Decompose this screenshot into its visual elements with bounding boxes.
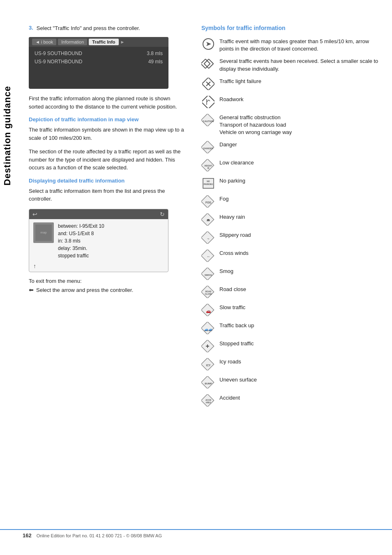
symbol-icon-no-parking: NO PARKING xyxy=(201,176,215,190)
symbol-icon-heavy-rain: 🌧 xyxy=(201,213,215,227)
symbol-item-traffic-backup: 🚙🚙 Traffic back up xyxy=(201,321,380,335)
section-heading-2: Displaying detailed traffic information xyxy=(29,178,185,184)
exit-text-1: To exit from the menu: xyxy=(29,277,185,285)
exit-text-2: Select the arrow and press the controlle… xyxy=(36,287,133,293)
symbol-text-traffic-event: Traffic event with map scales greater th… xyxy=(219,37,380,53)
svg-text:ICY: ICY xyxy=(206,364,211,367)
symbol-item-stopped-traffic: Stopped traffic xyxy=(201,339,380,353)
symbol-text-traffic-backup: Traffic back up xyxy=(219,321,254,329)
symbol-item-slippery: ~ Slippery road xyxy=(201,231,380,245)
route-dist-1: 3.8 mls xyxy=(147,51,163,56)
symbol-icon-accident: ACCID AREA xyxy=(201,393,215,407)
symbol-item-roadwork: Roadwork xyxy=(201,95,380,109)
symbol-text-traffic-light: Traffic light failure xyxy=(219,77,261,85)
detail-line2: and: US-1/Exit 8 xyxy=(58,230,104,237)
detail-line5: stopped traffic xyxy=(58,252,104,259)
detail-line4: delay: 35min. xyxy=(58,245,104,252)
symbol-icon-arrow-right xyxy=(201,37,215,51)
svg-text:FOG: FOG xyxy=(205,201,211,204)
symbol-item-uneven-surface: BUMP Uneven surface xyxy=(201,375,380,389)
symbol-text-multiple-events: Several traffic events have been receive… xyxy=(219,57,380,72)
section-heading-1: Depiction of traffic information in map … xyxy=(29,116,185,123)
symbol-item-cross-winds: ↔ Cross winds xyxy=(201,249,380,263)
symbol-item-slow-traffic: 🚗 Slow traffic xyxy=(201,303,380,317)
symbol-text-caution: General traffic obstructionTransport of … xyxy=(219,113,292,136)
symbol-text-accident: Accident xyxy=(219,393,240,402)
route-dist-2: 49 mls xyxy=(148,59,163,65)
tab-book[interactable]: ◄ i book xyxy=(32,39,56,45)
detail-footer: ↑ xyxy=(29,263,168,272)
symbol-icon-fog: FOG xyxy=(201,194,215,208)
sidebar-label: Destination guidance xyxy=(0,49,15,222)
symbol-icon-traffic-backup: 🚙🚙 xyxy=(201,321,215,335)
traffic-row: US-9 SOUTHBOUND 3.8 mls xyxy=(29,49,168,58)
symbol-text-slippery: Slippery road xyxy=(219,231,251,239)
symbol-item-multiple-events: Several traffic events have been receive… xyxy=(201,57,380,72)
detail-body: map between: I-95/Exit 10 and: US-1/Exit… xyxy=(29,219,168,263)
route-name-1: US-9 SOUTHBOUND xyxy=(35,51,82,56)
svg-text:🌧: 🌧 xyxy=(206,218,210,222)
symbol-text-danger: Danger xyxy=(219,140,237,148)
symbol-item-traffic-light: Traffic light failure xyxy=(201,77,380,91)
body-text-4: Select a traffic information item from t… xyxy=(29,187,185,203)
svg-line-12 xyxy=(209,100,210,101)
symbol-text-cross-winds: Cross winds xyxy=(219,249,249,257)
symbol-icon-stopped-traffic xyxy=(201,339,215,353)
symbol-item-smog: SMOG Smog xyxy=(201,267,380,281)
svg-marker-3 xyxy=(206,42,211,46)
symbol-text-road-close: Road close xyxy=(219,285,246,293)
svg-text:SMOG: SMOG xyxy=(205,274,212,276)
symbol-icon-smog: SMOG xyxy=(201,267,215,281)
symbol-text-no-parking: No parking xyxy=(219,176,245,185)
symbols-heading: Symbols for traffic information xyxy=(201,25,380,31)
svg-text:DANGER: DANGER xyxy=(203,147,213,150)
detail-thumbnail: map xyxy=(33,222,54,243)
symbol-icon-uneven-surface: BUMP xyxy=(201,375,215,389)
svg-text:CAUTION: CAUTION xyxy=(203,120,214,123)
exit-arrow-line: ⬅ Select the arrow and press the control… xyxy=(29,287,185,293)
detail-line1: between: I-95/Exit 10 xyxy=(58,222,104,230)
svg-rect-4 xyxy=(201,59,210,69)
traffic-info-box: ◄ i book Information Traffic Info ► US-9… xyxy=(29,37,168,89)
footer-text: Online Edition for Part no. 01 41 2 600 … xyxy=(37,533,162,538)
symbol-text-uneven-surface: Uneven surface xyxy=(219,375,257,384)
step-number: 3. xyxy=(29,25,33,32)
symbol-icon-caution: CAUTION xyxy=(201,113,215,127)
symbol-item-fog: FOG Fog xyxy=(201,194,380,208)
tab-play[interactable]: ► xyxy=(120,39,125,44)
symbol-item-low-clearance: HEIGHT ⊕ Low clearance xyxy=(201,158,380,172)
symbol-text-smog: Smog xyxy=(219,267,233,275)
symbol-item-road-close: ROAD CLOSE Road close xyxy=(201,285,380,299)
svg-text:NO: NO xyxy=(207,180,210,183)
svg-text:map: map xyxy=(40,231,47,234)
svg-rect-5 xyxy=(204,59,214,69)
symbol-item-accident: ACCID AREA Accident xyxy=(201,393,380,407)
symbol-icon-double-diamond xyxy=(201,57,215,71)
symbol-item-caution: CAUTION General traffic obstructionTrans… xyxy=(201,113,380,136)
tab-information[interactable]: Information xyxy=(58,39,87,45)
svg-rect-9 xyxy=(202,96,214,108)
step-text: Select "Traffic Info" and press the cont… xyxy=(37,25,140,32)
tab-traffic-info[interactable]: Traffic Info xyxy=(89,39,118,45)
svg-text:⊕: ⊕ xyxy=(207,166,210,169)
back-icon[interactable]: ↩ xyxy=(32,211,37,217)
page-number: 162 xyxy=(23,532,32,539)
symbol-icon-road-close: ROAD CLOSE xyxy=(201,285,215,299)
detail-text: between: I-95/Exit 10 and: US-1/Exit 8 i… xyxy=(58,222,104,259)
body-text-3: The section of the route affected by a t… xyxy=(29,148,185,172)
refresh-icon[interactable]: ↻ xyxy=(160,211,165,217)
symbol-text-stopped-traffic: Stopped traffic xyxy=(219,339,254,347)
svg-text:🚗: 🚗 xyxy=(206,308,211,314)
exit-arrow-icon: ⬅ xyxy=(29,287,34,293)
traffic-row: US-9 NORTHBOUND 49 mls xyxy=(29,58,168,66)
symbol-text-slow-traffic: Slow traffic xyxy=(219,303,245,311)
route-name-2: US-9 NORTHBOUND xyxy=(35,59,82,65)
symbol-text-icy-roads: Icy roads xyxy=(219,357,241,365)
symbol-text-fog: Fog xyxy=(219,194,228,203)
symbol-item-no-parking: NO PARKING No parking xyxy=(201,176,380,190)
symbol-icon-roadwork xyxy=(201,95,215,109)
symbol-icon-cross-winds: ↔ xyxy=(201,249,215,263)
body-text-1: First the traffic information along the … xyxy=(29,95,185,111)
symbol-icon-slippery: ~ xyxy=(201,231,215,245)
svg-text:BUMP: BUMP xyxy=(205,382,212,385)
